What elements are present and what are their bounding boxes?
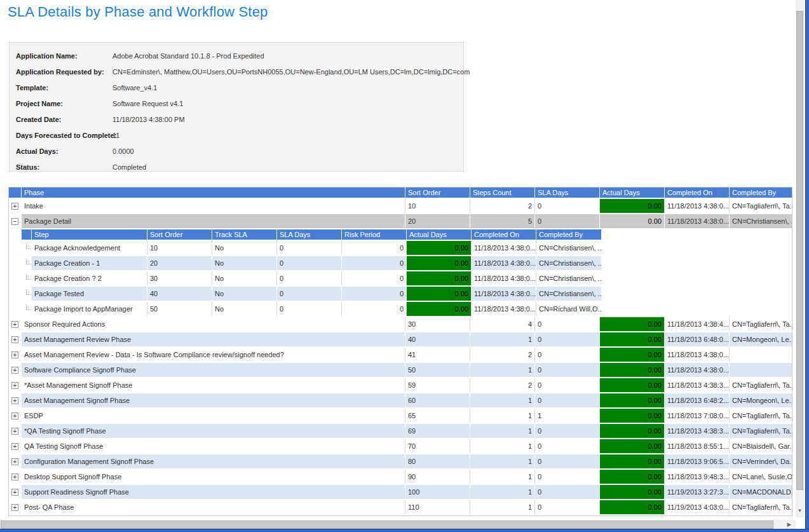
horizontal-scrollbar-thumb[interactable] [1,521,773,529]
completed-on-cell: 11/18/2013 4:38:3... [665,378,730,392]
expand-icon[interactable]: + [11,203,18,210]
completed-on-cell: 11/18/2013 4:38:0... [472,302,536,316]
steps-count-cell: 1 [470,409,535,423]
actual-days-cell: 0.00 [600,424,665,438]
header-icon-cell [22,229,32,240]
info-field-label: Created Date: [10,116,112,123]
tree-connector-icon [26,274,32,280]
completed-on-cell: 11/18/2013 9:48:3... [665,470,730,484]
phase-cell: Software Compliance Signoff Phase [22,363,405,377]
step-cell: Package Tested [32,287,147,301]
step-cell: Package Creation - 1 [32,256,147,270]
sla-days-cell: 0 [535,470,600,484]
actual-days-cell: 0.00 [600,317,665,331]
sort-order-cell: 50 [405,363,470,377]
sort-order-cell: 60 [405,393,470,407]
column-header: Completed By [730,188,792,198]
info-row: Created Date:11/18/2013 4:38:00 PM [10,111,463,127]
collapse-icon[interactable]: − [11,218,18,225]
expand-icon[interactable]: + [11,489,18,496]
vertical-scrollbar[interactable] [796,0,804,517]
info-field-label: Application Name: [10,52,112,60]
completed-by-cell: CN=Christiansen\, ... [536,287,601,301]
track-sla-cell: No [212,287,277,301]
phase-row: +···Desktop Support Signoff Phase90100.0… [9,470,792,485]
phase-row: +···*QA Testing Signoff Phase69100.0011/… [9,424,792,439]
completed-on-cell: 11/18/2013 4:38:0... [472,287,536,301]
risk-period-cell: 0 [342,271,407,285]
completed-by-cell: CN=Christiansen\, ... [536,271,601,285]
expand-icon[interactable]: + [11,458,18,465]
sort-order-cell: 70 [405,439,470,453]
expand-icon[interactable]: + [11,321,18,328]
column-header: Completed By [536,229,601,240]
sla-days-cell: 1 [535,409,600,423]
scroll-right-icon[interactable]: ▶ [784,520,794,529]
sort-order-cell: 10 [147,241,212,255]
info-row: Status:Completed [10,159,463,175]
expand-icon[interactable]: + [11,474,18,481]
expand-icon[interactable]: + [11,336,18,343]
steps-count-cell: 1 [470,439,535,453]
tree-toggle-cell: +··· [9,363,22,377]
actual-days-cell: 0.00 [600,454,665,468]
steps-count-cell: 1 [470,393,535,407]
tree-toggle-cell: +··· [9,439,22,453]
expand-icon[interactable]: + [11,351,18,358]
step-row: Package Creation - 120No000.0011/18/2013… [22,256,601,271]
steps-count-cell: 2 [470,199,535,213]
completed-by-cell: CN=Tagliaferri\, Ta... [730,199,792,213]
step-table: StepSort OrderTrack SLASLA DaysRisk Peri… [22,229,601,317]
phase-table: PhaseSort OrderSteps CountSLA DaysActual… [8,187,792,516]
completed-on-cell: 11/18/2013 4:38:0... [472,241,536,255]
horizontal-scrollbar[interactable] [0,520,796,529]
sort-order-cell: 69 [405,424,470,438]
info-row: Project Name:Software Request v4.1 [10,95,463,111]
tree-connector-cell [22,241,32,255]
info-field-value: 0.0000 [112,147,134,155]
actual-days-cell: 0.00 [600,393,665,407]
actual-days-cell: 0.00 [600,199,665,213]
track-sla-cell: No [212,271,277,285]
steps-count-cell: 1 [470,424,535,438]
scroll-down-icon[interactable]: ▼ [796,506,804,516]
risk-period-cell: 0 [342,287,407,301]
completed-on-cell: 11/19/2013 3:27:3... [665,485,730,499]
expand-icon[interactable]: + [11,367,18,374]
sort-order-cell: 20 [405,214,470,228]
phase-row: +···ESDP65110.0011/18/2013 7:08:0...CN=T… [9,409,792,424]
tree-connector-icon [26,243,32,249]
info-field-value: Software_v4.1 [112,84,157,92]
column-header: Actual Days [600,188,665,198]
sla-days-cell: 0 [277,256,342,270]
info-field-label: Project Name: [10,100,112,107]
info-field-label: Days Forecasted to Complete: [10,132,112,139]
tree-toggle-cell: +··· [9,378,22,392]
info-row: Application Name:Adobe Acrobat Standard … [10,48,463,64]
phase-row: +···Sponsor Required Actions30400.0011/1… [9,317,792,332]
step-row: Package Tested40No000.0011/18/2013 4:38:… [22,287,601,302]
completed-on-cell: 11/18/2013 4:38:0... [665,348,730,362]
phase-row: +···Software Compliance Signoff Phase501… [9,363,792,378]
sort-order-cell: 30 [405,317,470,331]
column-header: Completed On [472,229,536,240]
expand-icon[interactable]: + [11,504,18,511]
expand-icon[interactable]: + [11,413,18,419]
expand-icon[interactable]: + [11,443,18,450]
completed-by-cell: CN=Tagliaferri\, Ta... [730,409,792,423]
completed-on-cell: 11/18/2013 4:38:3... [665,424,730,438]
vertical-scrollbar-thumb[interactable] [796,11,803,490]
phase-cell: Configuration Management Signoff Phase [22,454,405,468]
phase-row: +···Configuration Management Signoff Pha… [9,454,792,470]
actual-days-cell: 0.00 [600,214,665,228]
info-field-value: CN=Edminster\, Matthew,OU=Users,OU=Ports… [112,68,470,76]
completed-by-cell: CN=Blaisdell\, Gar... [730,439,792,453]
expand-icon[interactable]: + [11,382,18,389]
column-header: SLA Days [535,188,600,198]
completed-by-cell: CN=Tagliaferri\, Ta... [730,424,792,438]
window-border-bottom [0,529,809,532]
expand-icon[interactable]: + [11,397,18,404]
sla-days-cell: 0 [277,241,342,255]
expand-icon[interactable]: + [11,428,18,435]
column-header: Risk Period [342,229,407,240]
